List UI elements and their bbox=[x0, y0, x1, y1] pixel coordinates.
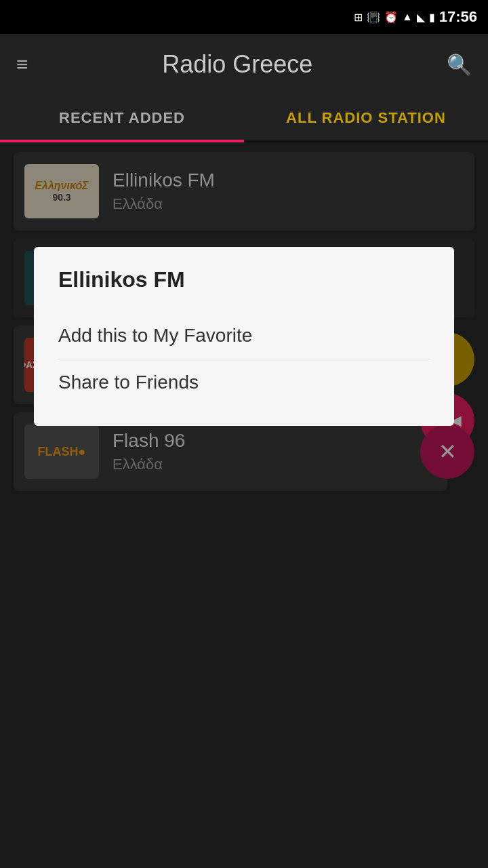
vibrate-icon: 📳 bbox=[367, 11, 380, 24]
context-menu-title: Ellinikos FM bbox=[58, 267, 430, 292]
status-time: 17:56 bbox=[439, 8, 477, 26]
image-icon: ⊞ bbox=[354, 11, 363, 24]
tab-all-radio-station[interactable]: ALL RADIO STATION bbox=[244, 95, 488, 140]
context-menu: Ellinikos FM Add this to My Favorite Sha… bbox=[34, 247, 454, 426]
context-add-favorite[interactable]: Add this to My Favorite bbox=[58, 313, 430, 359]
content-area: ΕλληνικόΣ 90.3 Ellinikos FM Ελλάδα L ...… bbox=[0, 152, 488, 868]
tab-recent-added[interactable]: RECENT ADDED bbox=[0, 95, 244, 140]
menu-icon[interactable]: ≡ bbox=[16, 53, 28, 76]
battery-icon: ▮ bbox=[429, 11, 435, 24]
wifi-icon: ▲ bbox=[402, 11, 413, 23]
status-bar: ⊞ 📳 ⏰ ▲ ◣ ▮ 17:56 bbox=[0, 0, 488, 34]
app-title: Radio Greece bbox=[162, 50, 312, 79]
signal-icon: ◣ bbox=[417, 11, 425, 24]
top-bar: ≡ Radio Greece 🔍 bbox=[0, 34, 488, 95]
context-share-friends[interactable]: Share to Friends bbox=[58, 359, 430, 406]
status-icons: ⊞ 📳 ⏰ ▲ ◣ ▮ 17:56 bbox=[354, 8, 477, 26]
search-icon[interactable]: 🔍 bbox=[447, 53, 472, 77]
tabs-bar: RECENT ADDED ALL RADIO STATION bbox=[0, 95, 488, 142]
alarm-icon: ⏰ bbox=[384, 11, 398, 24]
